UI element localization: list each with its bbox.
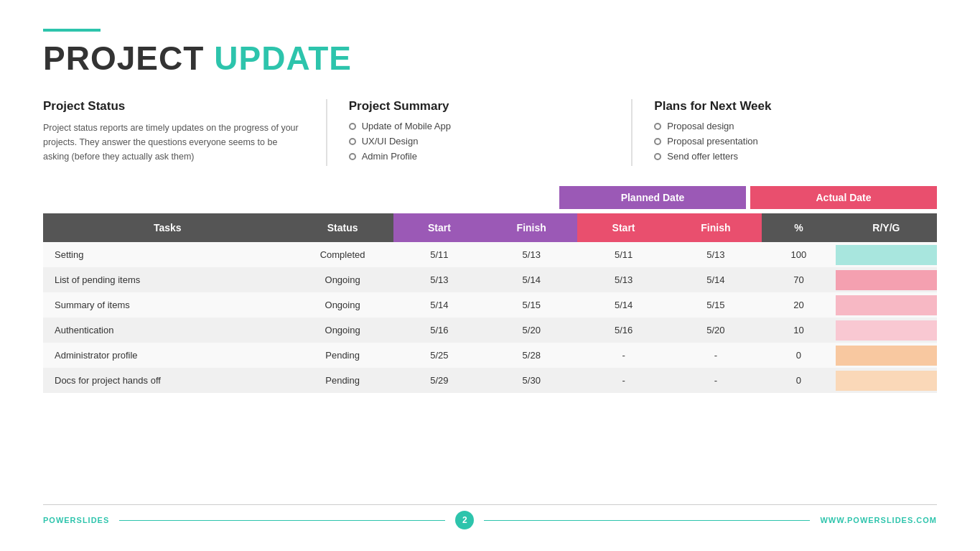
- cell-actual-finish: -: [670, 343, 762, 368]
- cell-ryg: [836, 242, 937, 267]
- cell-status: Ongoing: [292, 292, 393, 318]
- ryg-indicator: [836, 245, 937, 265]
- plans-next-week-column: Plans for Next Week Proposal design Prop…: [631, 99, 937, 166]
- cell-actual-finish: 5/14: [670, 267, 762, 292]
- list-item: Send offer letters: [654, 151, 915, 162]
- cell-actual-finish: 5/15: [670, 292, 762, 318]
- project-summary-list: Update of Mobile App UX/UI Design Admin …: [349, 121, 610, 162]
- title-project: PROJECT: [43, 39, 204, 78]
- footer-line-left: [119, 520, 445, 521]
- ryg-indicator: [836, 346, 937, 366]
- plans-next-week-title: Plans for Next Week: [654, 99, 915, 114]
- footer-page-number: 2: [455, 511, 474, 529]
- cell-planned-start: 5/29: [393, 368, 485, 393]
- cell-status: Pending: [292, 368, 393, 393]
- cell-actual-start: 5/11: [577, 242, 669, 267]
- cell-planned-finish: 5/14: [485, 267, 577, 292]
- table-row: Setting Completed 5/11 5/13 5/11 5/13 10…: [43, 242, 937, 267]
- cell-ryg: [836, 267, 937, 292]
- footer-website: WWW.POWERSLIDES.COM: [820, 516, 937, 524]
- list-item: Update of Mobile App: [349, 121, 610, 131]
- cell-actual-start: 5/16: [577, 318, 669, 343]
- project-status-column: Project Status Project status reports ar…: [43, 99, 326, 166]
- cell-task: List of pending items: [43, 267, 292, 292]
- project-summary-title: Project Summary: [349, 99, 610, 114]
- main-table: Tasks Status Start Finish Start Finish %…: [43, 213, 937, 393]
- cell-pct: 70: [762, 267, 836, 292]
- col-header-actual-start: Start: [577, 213, 669, 242]
- cell-task: Authentication: [43, 318, 292, 343]
- list-item: Proposal presentation: [654, 136, 915, 147]
- col-header-actual-finish: Finish: [670, 213, 762, 242]
- bullet-icon: [349, 153, 356, 160]
- table-row: Authentication Ongoing 5/16 5/20 5/16 5/…: [43, 318, 937, 343]
- col-header-planned-start: Start: [393, 213, 485, 242]
- cell-actual-finish: 5/13: [670, 242, 762, 267]
- list-item: UX/UI Design: [349, 136, 610, 147]
- ryg-indicator: [836, 295, 937, 315]
- footer-brand-left: POWERSLIDES: [43, 516, 109, 524]
- cell-actual-start: 5/14: [577, 292, 669, 318]
- cell-pct: 10: [762, 318, 836, 343]
- cell-planned-finish: 5/15: [485, 292, 577, 318]
- cell-task: Setting: [43, 242, 292, 267]
- col-header-pct: %: [762, 213, 836, 242]
- date-header-labels: Planned Date Actual Date: [43, 186, 937, 209]
- cell-status: Ongoing: [292, 318, 393, 343]
- table-header-row: Tasks Status Start Finish Start Finish %…: [43, 213, 937, 242]
- cell-actual-finish: 5/20: [670, 318, 762, 343]
- cell-planned-start: 5/13: [393, 267, 485, 292]
- cell-ryg: [836, 292, 937, 318]
- cell-task: Docs for project hands off: [43, 368, 292, 393]
- table-row: Administrator profile Pending 5/25 5/28 …: [43, 343, 937, 368]
- cell-status: Pending: [292, 343, 393, 368]
- cell-pct: 100: [762, 242, 836, 267]
- table-row: Docs for project hands off Pending 5/29 …: [43, 368, 937, 393]
- table-row: Summary of items Ongoing 5/14 5/15 5/14 …: [43, 292, 937, 318]
- cell-task: Summary of items: [43, 292, 292, 318]
- info-section: Project Status Project status reports ar…: [43, 99, 937, 166]
- project-status-title: Project Status: [43, 99, 304, 114]
- cell-ryg: [836, 368, 937, 393]
- page-container: PROJECT UPDATE Project Status Project st…: [0, 0, 980, 551]
- cell-planned-finish: 5/30: [485, 368, 577, 393]
- cell-planned-start: 5/25: [393, 343, 485, 368]
- project-summary-column: Project Summary Update of Mobile App UX/…: [326, 99, 632, 166]
- cell-actual-start: -: [577, 343, 669, 368]
- bullet-icon: [654, 153, 661, 160]
- cell-pct: 0: [762, 343, 836, 368]
- bullet-icon: [349, 123, 356, 130]
- col-header-planned-finish: Finish: [485, 213, 577, 242]
- cell-planned-start: 5/16: [393, 318, 485, 343]
- footer-line-right: [484, 520, 810, 521]
- table-body: Setting Completed 5/11 5/13 5/11 5/13 10…: [43, 242, 937, 393]
- bullet-icon: [349, 138, 356, 145]
- title-update: UPDATE: [214, 39, 352, 78]
- table-section: Planned Date Actual Date Tasks Status St…: [43, 186, 937, 493]
- cell-actual-start: 5/13: [577, 267, 669, 292]
- cell-planned-start: 5/11: [393, 242, 485, 267]
- cell-status: Ongoing: [292, 267, 393, 292]
- plans-next-week-list: Proposal design Proposal presentation Se…: [654, 121, 915, 162]
- cell-pct: 20: [762, 292, 836, 318]
- header-accent-line: [43, 29, 101, 32]
- project-status-body: Project status reports are timely update…: [43, 121, 304, 164]
- col-header-status: Status: [292, 213, 393, 242]
- ryg-indicator: [836, 320, 937, 341]
- col-header-tasks: Tasks: [43, 213, 292, 242]
- cell-task: Administrator profile: [43, 343, 292, 368]
- cell-ryg: [836, 343, 937, 368]
- cell-pct: 0: [762, 368, 836, 393]
- cell-actual-start: -: [577, 368, 669, 393]
- title-row: PROJECT UPDATE: [43, 39, 937, 78]
- bullet-icon: [654, 138, 661, 145]
- footer: POWERSLIDES 2 WWW.POWERSLIDES.COM: [43, 504, 937, 529]
- actual-date-badge: Actual Date: [750, 186, 937, 209]
- cell-ryg: [836, 318, 937, 343]
- cell-planned-finish: 5/20: [485, 318, 577, 343]
- list-item: Admin Profile: [349, 151, 610, 162]
- footer-brand-black: POWER: [43, 516, 77, 524]
- table-row: List of pending items Ongoing 5/13 5/14 …: [43, 267, 937, 292]
- ryg-indicator: [836, 371, 937, 391]
- cell-planned-finish: 5/28: [485, 343, 577, 368]
